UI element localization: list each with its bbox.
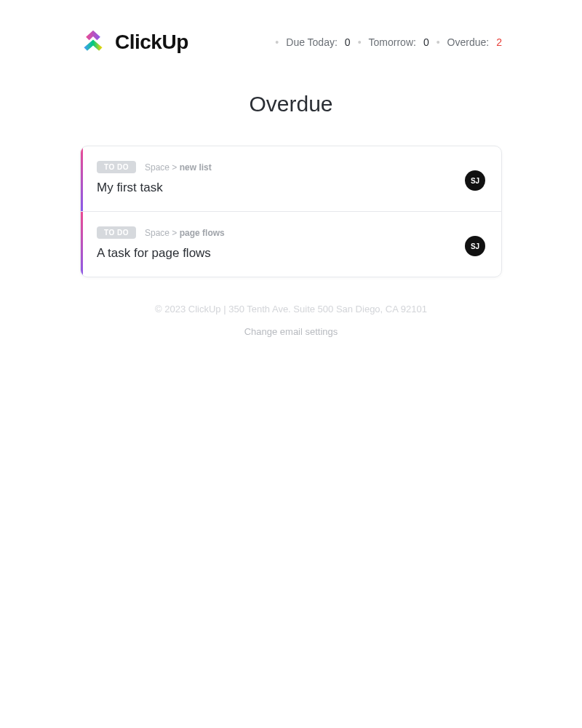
summary-label: Tomorrow: bbox=[369, 36, 416, 48]
status-badge: TO DO bbox=[97, 161, 136, 173]
task-breadcrumb: Space > page flows bbox=[145, 228, 225, 238]
summary-value: 0 bbox=[345, 36, 351, 48]
change-email-settings-link[interactable]: Change email settings bbox=[244, 326, 338, 337]
bullet-icon: • bbox=[358, 36, 362, 48]
summary-value: 0 bbox=[423, 36, 429, 48]
summary-item-due-today: • Due Today: 0 bbox=[275, 36, 350, 48]
summary-item-overdue: • Overdue: 2 bbox=[436, 36, 502, 48]
summary-value: 2 bbox=[496, 36, 502, 48]
breadcrumb-leaf: new list bbox=[180, 162, 212, 173]
summary-label: Due Today: bbox=[286, 36, 338, 48]
assignee-avatar[interactable]: SJ bbox=[465, 170, 485, 191]
breadcrumb-separator: > bbox=[172, 162, 177, 173]
summary-bar: • Due Today: 0 • Tomorrow: 0 • Overdue: … bbox=[275, 36, 502, 48]
bullet-icon: • bbox=[275, 36, 279, 48]
footer-copyright: © 2023 ClickUp | 350 Tenth Ave. Suite 50… bbox=[80, 304, 502, 314]
breadcrumb-leaf: page flows bbox=[180, 228, 225, 238]
section-title: Overdue bbox=[80, 92, 502, 116]
brand-logo[interactable]: ClickUp bbox=[80, 29, 188, 55]
task-item[interactable]: TO DO Space > page flows A task for page… bbox=[81, 211, 501, 277]
task-breadcrumb: Space > new list bbox=[145, 162, 212, 173]
breadcrumb-parent: Space bbox=[145, 162, 170, 173]
task-item[interactable]: TO DO Space > new list My first task SJ bbox=[81, 146, 501, 211]
header: ClickUp • Due Today: 0 • Tomorrow: 0 • O… bbox=[80, 29, 502, 55]
clickup-logo-icon bbox=[80, 29, 106, 55]
breadcrumb-parent: Space bbox=[145, 228, 170, 238]
brand-name: ClickUp bbox=[115, 31, 188, 54]
assignee-avatar[interactable]: SJ bbox=[465, 236, 485, 256]
summary-label: Overdue: bbox=[447, 36, 490, 48]
status-badge: TO DO bbox=[97, 226, 136, 239]
task-list: TO DO Space > new list My first task SJ … bbox=[80, 146, 502, 277]
footer: © 2023 ClickUp | 350 Tenth Ave. Suite 50… bbox=[80, 304, 502, 338]
summary-item-tomorrow: • Tomorrow: 0 bbox=[358, 36, 429, 48]
breadcrumb-separator: > bbox=[172, 228, 177, 238]
task-title: My first task bbox=[97, 181, 163, 195]
bullet-icon: • bbox=[436, 36, 440, 48]
task-title: A task for page flows bbox=[97, 246, 211, 261]
